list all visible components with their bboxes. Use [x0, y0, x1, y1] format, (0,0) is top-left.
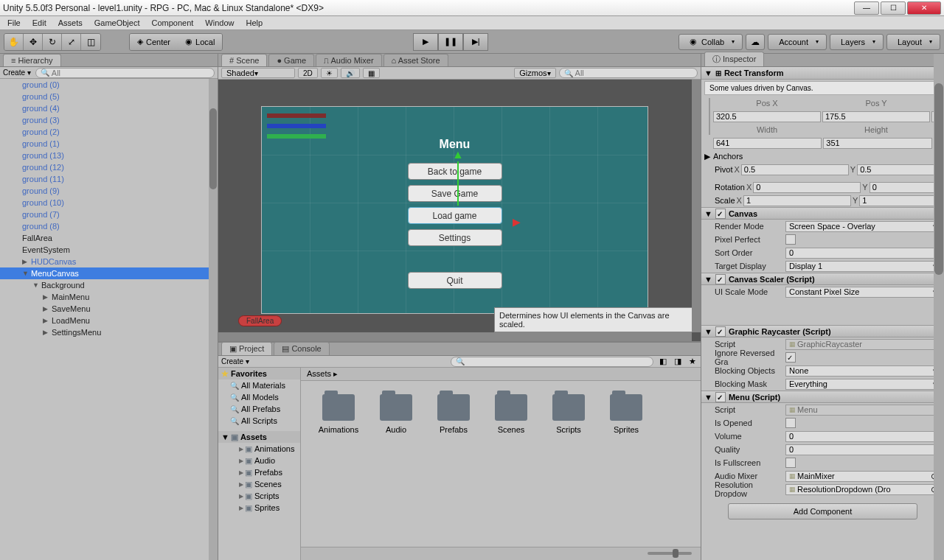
hand-tool-button[interactable]: ✋ — [4, 34, 24, 50]
hierarchy-item[interactable]: ground (4) — [0, 102, 218, 114]
tab-hierarchy[interactable]: ≡ Hierarchy — [3, 54, 61, 66]
render-mode-dropdown[interactable]: Screen Space - Overlay▾ — [785, 221, 941, 232]
favorite-item[interactable]: 🔍All Models — [218, 391, 300, 403]
asset-tree-item[interactable]: ▶▣Scripts — [218, 490, 300, 502]
audio-mixer-field[interactable]: ▦MainMixer⊙ — [785, 471, 941, 482]
rect-tool-button[interactable]: ◫ — [81, 34, 100, 50]
maximize-button[interactable]: ☐ — [881, 1, 906, 15]
hierarchy-scrollbar[interactable] — [209, 79, 218, 560]
asset-tree-item[interactable]: ▶▣Scenes — [218, 478, 300, 490]
asset-tree-item[interactable]: ▶▣Prefabs — [218, 466, 300, 478]
blocking-mask-dropdown[interactable]: Everything▾ — [785, 379, 941, 390]
pause-button[interactable]: ❚❚ — [438, 33, 463, 51]
add-component-button[interactable]: Add Component — [728, 503, 917, 519]
tab-game[interactable]: ● Game — [268, 54, 314, 66]
audio-toggle[interactable]: 🔊 — [341, 68, 360, 78]
project-grid[interactable]: AnimationsAudioPrefabsScenesScriptsSprit… — [301, 381, 701, 547]
posx-field[interactable] — [713, 111, 821, 122]
tab-inspector[interactable]: ⓘ Inspector — [704, 52, 764, 66]
tab-audio-mixer[interactable]: ⎍ Audio Mixer — [316, 54, 382, 66]
menu-file[interactable]: File — [3, 17, 25, 29]
layout-dropdown[interactable]: Layout — [886, 34, 940, 50]
inspector-body[interactable]: ▼⊞Rect Transform⚙ Some values driven by … — [701, 67, 944, 560]
hierarchy-item[interactable]: ground (3) — [0, 114, 218, 126]
hierarchy-item[interactable]: ▼MenuCanvas — [0, 267, 218, 279]
hierarchy-item[interactable]: ground (10) — [0, 197, 218, 209]
hierarchy-item[interactable]: ground (7) — [0, 209, 218, 220]
favorite-item[interactable]: 🔍All Prefabs — [218, 403, 300, 415]
hierarchy-item[interactable]: ground (9) — [0, 185, 218, 197]
search-filter-icon2[interactable]: ◨ — [674, 357, 681, 366]
blocking-objects-dropdown[interactable]: None▾ — [785, 365, 941, 377]
hierarchy-create-button[interactable]: Create ▾ — [3, 69, 31, 77]
hierarchy-item[interactable]: ground (0) — [0, 79, 218, 91]
hierarchy-item[interactable]: ▶HUDCanvas — [0, 256, 218, 267]
ignore-reversed-checkbox[interactable] — [785, 352, 796, 363]
hierarchy-item[interactable]: ▶SettingsMenu — [0, 326, 218, 338]
hierarchy-item[interactable]: FallArea — [0, 232, 218, 244]
hierarchy-item[interactable]: ground (2) — [0, 126, 218, 138]
hierarchy-item[interactable]: ▼Background — [0, 279, 218, 291]
target-display-dropdown[interactable]: Display 1▾ — [785, 261, 941, 272]
account-dropdown[interactable]: Account — [768, 34, 827, 50]
collab-dropdown[interactable]: ◉ Collab — [678, 34, 743, 50]
menu-help[interactable]: Help — [241, 17, 267, 29]
project-create-button[interactable]: Create ▾ — [221, 357, 249, 365]
hierarchy-item[interactable]: ▶SaveMenu — [0, 303, 218, 315]
hierarchy-item[interactable]: ground (12) — [0, 161, 218, 173]
gizmos-dropdown[interactable]: Gizmos ▾ — [514, 68, 555, 78]
tab-scene[interactable]: # Scene — [221, 54, 267, 66]
cloud-button[interactable]: ☁ — [746, 34, 765, 50]
width-field[interactable] — [713, 138, 822, 149]
menu-assets[interactable]: Assets — [54, 17, 87, 29]
fx-toggle[interactable]: ▦ — [363, 68, 380, 78]
pivot-y[interactable] — [857, 164, 944, 175]
hierarchy-item[interactable]: EventSystem — [0, 244, 218, 256]
pivot-local-button[interactable]: ◉ Local — [178, 34, 222, 50]
hierarchy-tree[interactable]: ground (0)ground (5)ground (4)ground (3)… — [0, 79, 218, 560]
shading-mode-dropdown[interactable]: Shaded ▾ — [221, 68, 295, 78]
menu-edit[interactable]: Edit — [28, 17, 51, 29]
close-button[interactable]: ✕ — [907, 1, 941, 15]
menu-gameobject[interactable]: GameObject — [90, 17, 145, 29]
pivot-x[interactable] — [741, 164, 849, 175]
pixel-perfect-checkbox[interactable] — [785, 234, 796, 245]
scene-vscroll[interactable] — [692, 80, 701, 332]
resolution-dropdown-field[interactable]: ▦ResolutionDropdown (Dro⊙ — [785, 484, 941, 495]
hierarchy-item[interactable]: ground (13) — [0, 150, 218, 161]
project-tree[interactable]: ★Favorites 🔍All Materials🔍All Models🔍All… — [218, 368, 301, 560]
folder-tile[interactable]: Scripts — [540, 394, 597, 533]
menu-window[interactable]: Window — [201, 17, 238, 29]
hierarchy-item[interactable]: ground (8) — [0, 220, 218, 232]
pivot-center-button[interactable]: ◈ Center — [130, 34, 178, 50]
search-filter-icon[interactable]: ◧ — [659, 357, 667, 366]
menu-component[interactable]: Component — [147, 17, 198, 29]
zoom-thumb[interactable] — [673, 549, 678, 558]
ui-scale-dropdown[interactable]: Constant Pixel Size▾ — [785, 287, 941, 298]
2d-toggle-button[interactable]: 2D — [298, 68, 318, 78]
volume-field[interactable] — [785, 431, 941, 442]
favorite-item[interactable]: 🔍All Materials — [218, 379, 300, 391]
hierarchy-item[interactable]: ground (1) — [0, 138, 218, 150]
minimize-button[interactable]: — — [854, 1, 879, 15]
folder-tile[interactable]: Animations — [310, 394, 367, 533]
project-breadcrumb[interactable]: Assets ▸ — [301, 368, 701, 381]
rotate-tool-button[interactable]: ↻ — [43, 34, 62, 50]
quality-field[interactable] — [785, 444, 941, 455]
hierarchy-item[interactable]: ground (11) — [0, 173, 218, 185]
folder-tile[interactable]: Scenes — [482, 394, 540, 533]
posy-field[interactable] — [822, 111, 930, 122]
asset-tree-item[interactable]: ▶▣Audio — [218, 455, 300, 466]
folder-tile[interactable]: Prefabs — [425, 394, 482, 533]
lighting-toggle[interactable]: ☀ — [321, 68, 338, 78]
step-button[interactable]: ▶| — [463, 33, 488, 51]
folder-tile[interactable]: Audio — [367, 394, 425, 533]
zoom-slider[interactable] — [648, 552, 692, 555]
asset-tree-item[interactable]: ▶▣Animations — [218, 443, 300, 455]
move-tool-button[interactable]: ✥ — [24, 34, 43, 50]
is-fullscreen-checkbox[interactable] — [785, 458, 796, 468]
hierarchy-search-input[interactable]: 🔍All — [35, 68, 215, 78]
scale-tool-button[interactable]: ⤢ — [62, 34, 81, 50]
tab-project[interactable]: ▣ Project — [221, 342, 272, 355]
height-field[interactable] — [823, 138, 931, 149]
